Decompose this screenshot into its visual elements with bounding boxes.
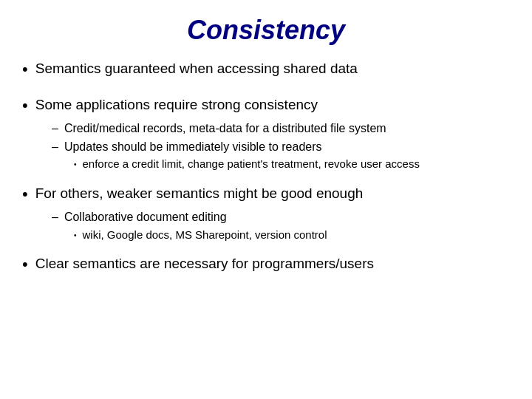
sub-sub-bullets-2: • enforce a credit limit, change patient…: [74, 157, 510, 171]
bullet-dot-2: •: [22, 95, 28, 117]
small-dot-2-1: •: [74, 160, 77, 170]
sub-bullet-2-2: – Updates should be immediately visible …: [52, 139, 510, 155]
sub-bullet-text-2-1: Credit/medical records, meta-data for a …: [64, 120, 386, 137]
bullet-main-3: • For others, weaker semantics might be …: [22, 184, 510, 205]
sub-sub-bullet-3-1: • wiki, Google docs, MS Sharepoint, vers…: [74, 228, 510, 242]
sub-bullet-3-1: – Collaborative document editing: [52, 209, 510, 225]
bullet-section-4: • Clear semantics are necessary for prog…: [22, 254, 510, 280]
sub-sub-bullets-3: • wiki, Google docs, MS Sharepoint, vers…: [74, 228, 510, 242]
dash-2-2: –: [52, 139, 58, 155]
sub-sub-bullet-2-1: • enforce a credit limit, change patient…: [74, 157, 510, 171]
bullet-section-1: • Semantics guaranteed when accessing sh…: [22, 59, 510, 85]
dash-3-1: –: [52, 209, 58, 225]
sub-sub-bullet-text-2-1: enforce a credit limit, change patient's…: [83, 157, 420, 171]
bullet-dot-1: •: [22, 59, 28, 81]
small-dot-3-1: •: [74, 231, 77, 241]
sub-sub-bullet-text-3-1: wiki, Google docs, MS Sharepoint, versio…: [83, 228, 327, 242]
bullet-main-2: • Some applications require strong consi…: [22, 95, 510, 117]
sub-bullet-2-1: – Credit/medical records, meta-data for …: [52, 120, 510, 137]
sub-bullets-2: – Credit/medical records, meta-data for …: [52, 120, 510, 171]
bullet-section-2: • Some applications require strong consi…: [22, 95, 510, 174]
bullet-text-4: Clear semantics are necessary for progra…: [35, 254, 374, 273]
sub-bullets-3: – Collaborative document editing • wiki,…: [52, 209, 510, 242]
sub-bullet-text-3-1: Collaborative document editing: [64, 209, 227, 225]
dash-2-1: –: [52, 120, 58, 137]
bullet-main-4: • Clear semantics are necessary for prog…: [22, 254, 510, 276]
slide-title: Consistency: [22, 15, 510, 46]
sub-bullet-text-2-2: Updates should be immediately visible to…: [64, 139, 322, 155]
bullet-dot-4: •: [22, 254, 28, 276]
bullet-text-1: Semantics guaranteed when accessing shar…: [35, 59, 358, 78]
slide: Consistency • Semantics guaranteed when …: [0, 0, 532, 399]
bullet-dot-3: •: [22, 184, 28, 205]
bullet-main-1: • Semantics guaranteed when accessing sh…: [22, 59, 510, 81]
bullet-text-2: Some applications require strong consist…: [35, 95, 318, 115]
bullet-section-3: • For others, weaker semantics might be …: [22, 184, 510, 244]
bullet-text-3: For others, weaker semantics might be go…: [35, 184, 364, 203]
